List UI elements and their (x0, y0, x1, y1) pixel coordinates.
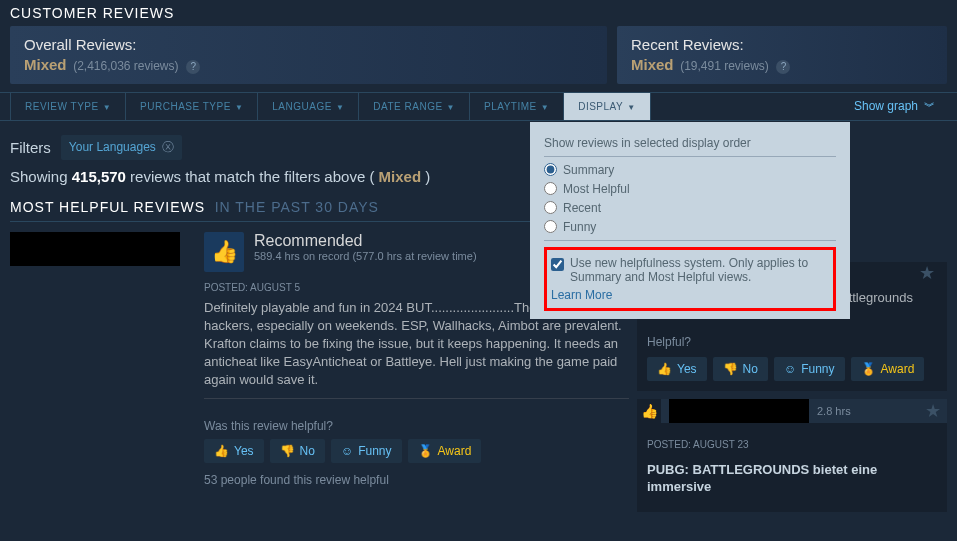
hours-on-record: 2.8 hrs (817, 405, 851, 417)
chevron-down-icon: ▼ (627, 103, 635, 112)
avatar[interactable] (10, 232, 180, 266)
filter-chip-languages[interactable]: Your Languages ⓧ (61, 135, 182, 160)
thumbs-up-icon: 👍 (204, 232, 244, 272)
vote-yes-button[interactable]: 👍Yes (204, 439, 264, 463)
recommendation-title: Recommended (254, 232, 477, 250)
star-icon[interactable]: ★ (925, 400, 947, 422)
chevrons-down-icon: ︾ (924, 99, 935, 114)
helpfulness-checkbox-row[interactable]: Use new helpfulness system. Only applies… (551, 256, 829, 284)
chevron-down-icon: ▼ (103, 103, 111, 112)
left-col-title: MOST HELPFUL REVIEWS (10, 199, 205, 215)
avatar[interactable] (669, 399, 809, 423)
filters-label: Filters (10, 139, 51, 156)
vote-yes-button[interactable]: 👍Yes (647, 357, 707, 381)
thumbs-up-icon: 👍 (637, 399, 661, 423)
vote-funny-button[interactable]: ☺Funny (331, 439, 402, 463)
posted-date: POSTED: AUGUST 23 (637, 433, 947, 450)
vote-award-button[interactable]: 🏅Award (408, 439, 482, 463)
chevron-down-icon: ▼ (447, 103, 455, 112)
vote-no-button[interactable]: 👎No (270, 439, 325, 463)
overall-count: (2,416,036 reviews) (73, 59, 178, 73)
radio-helpful[interactable] (544, 182, 557, 195)
review-text: PUBG: BATTLEGROUNDS bietet eine immersiv… (637, 456, 947, 502)
show-graph-button[interactable]: Show graph︾ (842, 93, 947, 120)
smile-icon: ☺ (341, 444, 353, 458)
thumbs-up-icon: 👍 (214, 444, 229, 458)
radio-recent[interactable] (544, 201, 557, 214)
review-card: 👍 2.8 hrs ★ POSTED: AUGUST 23 PUBG: BATT… (637, 399, 947, 512)
display-dropdown: Show reviews in selected display order S… (530, 122, 850, 319)
radio-funny[interactable] (544, 220, 557, 233)
thumbs-down-icon: 👎 (723, 362, 738, 376)
hours-on-record: 589.4 hrs on record (577.0 hrs at review… (254, 250, 477, 262)
chevron-down-icon: ▼ (235, 103, 243, 112)
recent-label: Recent Reviews: (631, 36, 933, 53)
chevron-down-icon: ▼ (336, 103, 344, 112)
summary-row: Overall Reviews: Mixed (2,416,036 review… (0, 26, 957, 92)
thumbs-up-icon: 👍 (657, 362, 672, 376)
vote-funny-button[interactable]: ☺Funny (774, 357, 845, 381)
filter-review-type[interactable]: REVIEW TYPE▼ (10, 93, 126, 120)
display-option-recent[interactable]: Recent (544, 201, 836, 215)
star-icon[interactable]: ★ (919, 262, 941, 284)
chevron-down-icon: ▼ (541, 103, 549, 112)
help-icon[interactable]: ? (186, 60, 200, 74)
close-icon[interactable]: ⓧ (162, 139, 174, 156)
filter-date-range[interactable]: DATE RANGE▼ (359, 93, 470, 120)
overall-summary: Overall Reviews: Mixed (2,416,036 review… (10, 26, 607, 84)
vote-award-button[interactable]: 🏅Award (851, 357, 925, 381)
vote-row: 👍Yes 👎No ☺Funny 🏅Award (637, 349, 947, 381)
helpful-question: Helpful? (637, 329, 947, 349)
smile-icon: ☺ (784, 362, 796, 376)
overall-rating: Mixed (24, 56, 67, 73)
recent-summary: Recent Reviews: Mixed (19,491 reviews) ? (617, 26, 947, 84)
award-icon: 🏅 (418, 444, 433, 458)
highlighted-option: Use new helpfulness system. Only applies… (544, 247, 836, 311)
section-title: CUSTOMER REVIEWS (0, 0, 957, 26)
help-icon[interactable]: ? (776, 60, 790, 74)
vote-no-button[interactable]: 👎No (713, 357, 768, 381)
overall-label: Overall Reviews: (24, 36, 593, 53)
vote-row: 👍Yes 👎No ☺Funny 🏅Award (204, 439, 629, 463)
filter-language[interactable]: LANGUAGE▼ (258, 93, 359, 120)
helpful-count: 53 people found this review helpful (204, 473, 629, 487)
display-option-funny[interactable]: Funny (544, 220, 836, 234)
recent-rating: Mixed (631, 56, 674, 73)
thumbs-down-icon: 👎 (280, 444, 295, 458)
filter-playtime[interactable]: PLAYTIME▼ (470, 93, 564, 120)
award-icon: 🏅 (861, 362, 876, 376)
display-option-helpful[interactable]: Most Helpful (544, 182, 836, 196)
filter-purchase-type[interactable]: PURCHASE TYPE▼ (126, 93, 258, 120)
left-col-subtitle: IN THE PAST 30 DAYS (215, 199, 379, 215)
recent-count: (19,491 reviews) (680, 59, 769, 73)
learn-more-link[interactable]: Learn More (551, 288, 829, 302)
dropdown-title: Show reviews in selected display order (544, 136, 836, 150)
display-option-summary[interactable]: Summary (544, 163, 836, 177)
helpful-question: Was this review helpful? (204, 411, 629, 433)
radio-summary[interactable] (544, 163, 557, 176)
helpfulness-checkbox[interactable] (551, 258, 564, 271)
filters-bar: REVIEW TYPE▼ PURCHASE TYPE▼ LANGUAGE▼ DA… (0, 92, 957, 121)
filter-display[interactable]: DISPLAY▼ (564, 93, 650, 120)
